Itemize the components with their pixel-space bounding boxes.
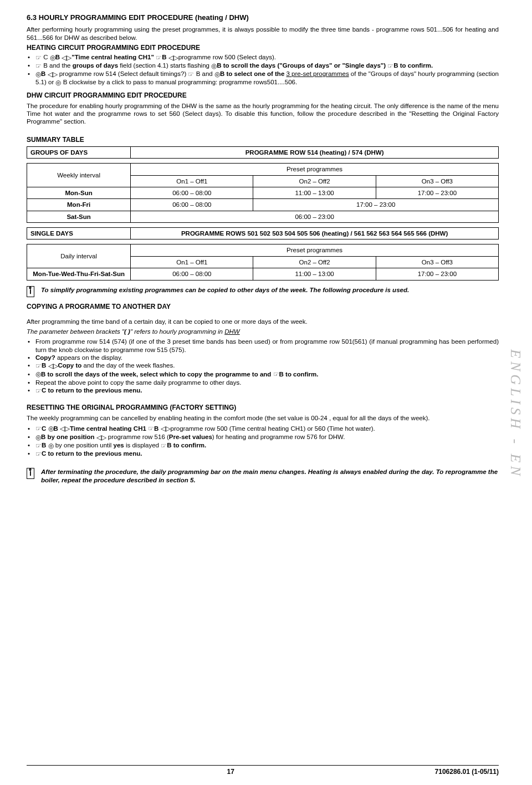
table-cell: 17:00 – 23:00 — [253, 199, 499, 211]
dhw-paragraph: The procedure for enabling hourly progra… — [27, 102, 499, 126]
info-note: i̇̊ After terminating the procedure, the… — [27, 468, 499, 484]
knob-icon: ◎ — [48, 425, 54, 432]
arrow-icon: ◁▷ — [168, 54, 178, 62]
col-header: On3 – Off3 — [376, 175, 498, 187]
arrow-icon: ◁▷ — [60, 425, 70, 432]
table-row-label: Sat-Sun — [27, 211, 131, 222]
button-icon: ☞ — [35, 362, 42, 370]
table-cell: 17:00 – 23:00 — [376, 268, 498, 280]
reset-list: ☞C ◎B ◁▷Time central heating CH1 ☞B ◁▷pr… — [27, 425, 499, 458]
list-item: ◎B to scroll the days of the week, selec… — [27, 370, 499, 379]
knob-icon: ◎ — [214, 70, 220, 78]
page-footer: 17 7106286.01 (1-05/11) — [27, 766, 499, 776]
arrow-icon: ◁▷ — [48, 362, 58, 370]
preset-header: Preset programmes — [131, 244, 499, 256]
button-icon: ☞ — [35, 442, 42, 450]
copy-heading: COPYING A PROGRAMME TO ANOTHER DAY — [27, 303, 499, 311]
table-header: GROUPS OF DAYS — [27, 146, 131, 158]
button-icon: ☞ — [35, 54, 42, 62]
button-icon: ☞ — [35, 387, 42, 395]
list-item: From programme row 514 (574) (if one of … — [27, 338, 499, 354]
table-header: PROGRAMME ROW 514 (heating) / 574 (DHW) — [131, 146, 499, 158]
table-cell: 11:00 – 13:00 — [253, 268, 376, 280]
info-icon: i̇̊ — [27, 468, 34, 479]
summary-table-heading: SUMMARY TABLE — [27, 136, 499, 144]
section-title: 6.3 HOURLY PROGRAMMING EDIT PROCEDURE (h… — [27, 13, 499, 22]
table-cell: 06:00 – 23:00 — [131, 211, 499, 222]
table-header: SINGLE DAYS — [27, 228, 131, 239]
table-header: PROGRAMME ROWS 501 502 503 504 505 506 (… — [131, 228, 499, 239]
knob-icon: ◎ — [50, 54, 55, 62]
heating-procedure-heading: HEATING CIRCUIT PROGRAMMING EDIT PROCEDU… — [27, 44, 499, 52]
arrow-icon: ◁▷ — [161, 425, 171, 432]
table-cell: 06:00 – 08:00 — [131, 268, 253, 280]
list-item: ◎B by one position ◁▷ programme row 516 … — [27, 433, 499, 441]
knob-icon: ◎ — [35, 434, 41, 441]
table-row-label: Mon-Fri — [27, 199, 131, 211]
doc-code: 7106286.01 (1-05/11) — [435, 768, 499, 776]
row-label: Weekly interval — [27, 164, 131, 187]
button-icon: ☞ — [35, 62, 42, 70]
page-number: 17 — [227, 768, 234, 776]
knob-icon: ◎ — [35, 70, 41, 78]
button-icon: ☞ — [273, 370, 279, 378]
col-header: On1 – Off1 — [131, 256, 253, 268]
list-item: ☞C to return to the previous menu. — [27, 386, 499, 395]
single-days-table: Daily interval Preset programmes On1 – O… — [27, 244, 499, 280]
single-days-header-table: SINGLE DAYS PROGRAMME ROWS 501 502 503 5… — [27, 227, 499, 239]
list-item: ☞B ◁▷Copy to and the day of the week fla… — [27, 361, 499, 370]
list-item: ☞C to return to the previous menu. — [27, 450, 499, 458]
col-header: On1 – Off1 — [131, 175, 253, 187]
button-icon: ☞ — [156, 54, 162, 62]
list-item: Copy? appears on the display. — [27, 354, 499, 361]
groups-of-days-table: Weekly interval Preset programmes On1 – … — [27, 163, 499, 223]
groups-of-days-header-table: GROUPS OF DAYS PROGRAMME ROW 514 (heatin… — [27, 146, 499, 159]
knob-icon: ◎ — [211, 62, 217, 70]
arrow-icon: ◁▷ — [62, 54, 71, 62]
table-row-label: Mon-Sun — [27, 187, 131, 198]
list-item: ☞ C ◎B ◁▷"Time central heating CH1" ☞B ◁… — [27, 53, 499, 62]
info-icon: i̇̊ — [27, 286, 34, 297]
intro-paragraph: After performing hourly programming usin… — [27, 26, 499, 42]
button-icon: ☞ — [387, 62, 393, 70]
list-item: ☞B ◎ by one position until yes is displa… — [27, 441, 499, 450]
button-icon: ☞ — [161, 442, 167, 450]
button-icon: ☞ — [35, 450, 42, 458]
list-item: ◎B ◁▷ programme row 514 (Select default … — [27, 70, 499, 86]
note-text: After terminating the procedure, the dai… — [41, 468, 499, 484]
knob-icon: ◎ — [35, 370, 41, 378]
side-language-label: ENGLISH - EN — [507, 349, 525, 479]
list-item: Repeat the above point to copy the same … — [27, 379, 499, 386]
heating-procedure-list: ☞ C ◎B ◁▷"Time central heating CH1" ☞B ◁… — [27, 53, 499, 87]
table-cell: 06:00 – 08:00 — [131, 187, 253, 198]
table-row-label: Mon-Tue-Wed-Thu-Fri-Sat-Sun — [27, 268, 131, 280]
knob-icon: ◎ — [48, 442, 54, 450]
table-cell: 11:00 – 13:00 — [253, 187, 376, 198]
reset-heading: RESETTING THE ORIGINAL PROGRAMMING (FACT… — [27, 404, 499, 412]
list-item: ☞ B and the groups of days field (sectio… — [27, 62, 499, 70]
table-cell: 17:00 – 23:00 — [376, 187, 498, 198]
col-header: On2 – Off2 — [253, 175, 376, 187]
copy-paragraph: After programming the time band of a cer… — [27, 318, 499, 325]
row-label: Daily interval — [27, 244, 131, 268]
col-header: On2 – Off2 — [253, 256, 376, 268]
table-cell: 06:00 – 08:00 — [131, 199, 253, 211]
copy-list: From programme row 514 (574) (if one of … — [27, 338, 499, 395]
button-icon: ☞ — [35, 425, 42, 432]
dhw-procedure-heading: DHW CIRCUIT PROGRAMMING EDIT PROCEDURE — [27, 91, 499, 100]
list-item: ☞C ◎B ◁▷Time central heating CH1 ☞B ◁▷pr… — [27, 425, 499, 433]
button-icon: ☞ — [188, 70, 194, 78]
preset-header: Preset programmes — [131, 164, 499, 175]
reset-paragraph: The weekly programming can be cancelled … — [27, 414, 499, 422]
arrow-icon: ◁▷ — [96, 434, 106, 441]
note-text: To simplify programming existing program… — [41, 286, 499, 294]
arrow-icon: ◁▷ — [48, 70, 58, 78]
knob-icon: ◎ — [55, 79, 61, 86]
info-note: i̇̊ To simplify programming existing pro… — [27, 286, 499, 297]
button-icon: ☞ — [148, 425, 154, 432]
col-header: On3 – Off3 — [376, 256, 498, 268]
copy-note: The parameter between brackets "( )" ref… — [27, 328, 499, 335]
